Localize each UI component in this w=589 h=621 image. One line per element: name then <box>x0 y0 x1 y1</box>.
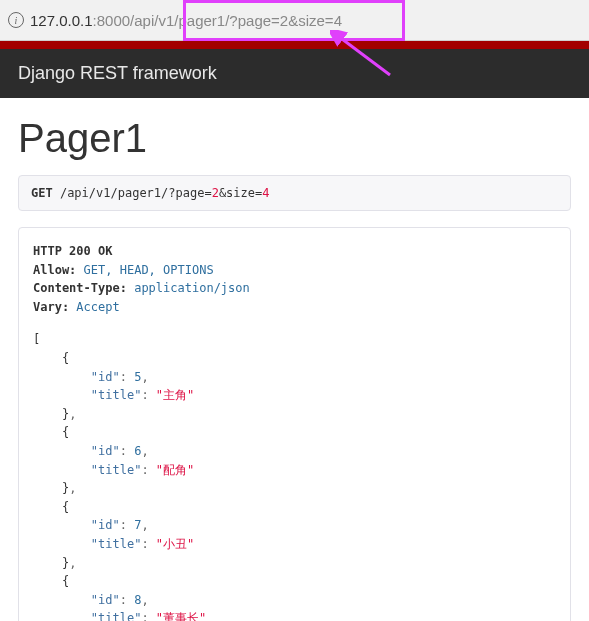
json-body: [ { "id": 5, "title": "主角" }, { "id": 6,… <box>33 330 556 621</box>
status-line: HTTP 200 OK <box>33 242 556 261</box>
response-box: HTTP 200 OK Allow: GET, HEAD, OPTIONS Co… <box>18 227 571 621</box>
header-allow: Allow: GET, HEAD, OPTIONS <box>33 261 556 280</box>
request-bar: GET /api/v1/pager1/?page=2&size=4 <box>18 175 571 211</box>
page-title: Pager1 <box>18 116 571 161</box>
url-text: 127.0.0.1:8000/api/v1/pager1/?page=2&siz… <box>30 12 342 29</box>
header-vary: Vary: Accept <box>33 298 556 317</box>
main-content: Pager1 GET /api/v1/pager1/?page=2&size=4… <box>0 98 589 621</box>
drf-brand[interactable]: Django REST framework <box>18 63 217 83</box>
info-icon: i <box>8 12 24 28</box>
browser-address-bar[interactable]: i 127.0.0.1:8000/api/v1/pager1/?page=2&s… <box>0 0 589 41</box>
http-method: GET <box>31 186 53 200</box>
drf-navbar: Django REST framework <box>0 49 589 98</box>
request-path: /api/v1/pager1/?page= <box>60 186 212 200</box>
header-content-type: Content-Type: application/json <box>33 279 556 298</box>
red-banner <box>0 41 589 49</box>
